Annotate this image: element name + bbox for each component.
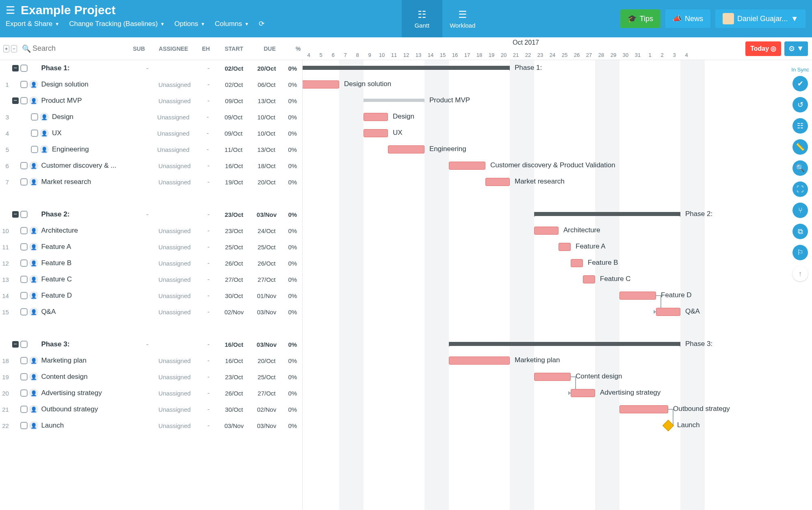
task-name[interactable]: Engineering [50,145,135,153]
task-name[interactable]: Feature B [39,259,136,267]
phase-row[interactable]: −Phase 2:--23/Oct03/Nov0% [0,206,302,223]
cell-assignee[interactable]: Unassigned [158,227,199,234]
cell-pct[interactable]: 0% [283,227,302,234]
cell-due[interactable]: 20/Oct [250,357,283,364]
collapse-toggle[interactable]: − [12,341,19,348]
cell-assignee[interactable]: Unassigned [158,390,199,397]
cell-due[interactable]: 06/Oct [250,81,283,88]
task-name[interactable]: Launch [39,421,136,430]
expand-all-button[interactable]: ＋ [3,45,9,52]
task-row[interactable]: 13👤Feature CUnassigned-27/Oct27/Oct0% [0,271,302,287]
task-row[interactable]: 7👤Market researchUnassigned-19/Oct20/Oct… [0,174,302,190]
assignee-avatar[interactable]: 👤 [28,96,39,105]
cell-due[interactable]: 20/Oct [250,179,283,186]
assignee-avatar[interactable]: 👤 [28,389,39,398]
assignee-avatar[interactable]: 👤 [39,129,50,138]
task-bar[interactable] [559,243,571,251]
task-name[interactable]: Feature A [39,243,136,251]
collapse-toggle[interactable]: − [12,65,19,71]
task-bar[interactable] [571,259,583,267]
task-name[interactable]: Product MVP [39,97,136,105]
task-checkbox[interactable] [19,276,28,283]
cell-assignee[interactable]: Unassigned [158,357,199,364]
cell-start[interactable]: 11/Oct [217,146,250,153]
assignee-avatar[interactable]: 👤 [28,372,39,381]
cell-pct[interactable]: 0% [283,114,302,121]
cell-pct[interactable]: 0% [283,162,302,169]
task-checkbox[interactable] [19,211,28,218]
task-checkbox[interactable] [19,341,28,348]
task-bar[interactable] [619,292,656,300]
cell-start[interactable]: 23/Oct [218,211,250,218]
assignee-avatar[interactable]: 👤 [39,112,50,121]
rail-crop-icon[interactable]: ⛶ [793,182,808,197]
milestone-marker[interactable] [663,420,674,431]
task-checkbox[interactable] [19,406,28,413]
task-checkbox[interactable] [19,227,28,234]
col-due[interactable]: DUE [252,45,288,52]
task-name[interactable]: Feature C [39,275,136,283]
task-row[interactable]: 21👤Outbound strategyUnassigned-30/Oct02/… [0,401,302,417]
task-row[interactable]: 14👤Feature DUnassigned-30/Oct01/Nov0% [0,287,302,304]
cell-start[interactable]: 09/Oct [217,114,250,121]
task-checkbox[interactable] [19,243,28,251]
cell-pct[interactable]: 0% [283,390,302,397]
cell-assignee[interactable]: Unassigned [158,244,199,251]
assignee-avatar[interactable]: 👤 [28,259,39,268]
task-bar[interactable] [388,145,424,153]
task-row[interactable]: 1👤Design solutionUnassigned-02/Oct06/Oct… [0,76,302,93]
cell-start[interactable]: 16/Oct [218,162,250,169]
rail-sort-icon[interactable]: ☷ [793,118,808,134]
rail-map-icon[interactable]: ⚐ [793,245,808,260]
task-checkbox[interactable] [19,97,28,104]
assignee-avatar[interactable]: 👤 [28,242,39,251]
cell-assignee[interactable]: Unassigned [158,162,199,169]
task-row[interactable]: 4👤UXUnassigned-09/Oct10/Oct0% [0,125,302,141]
cell-pct[interactable]: 0% [283,309,302,316]
assignee-avatar[interactable]: 👤 [28,80,39,89]
cell-start[interactable]: 19/Oct [218,179,250,186]
task-checkbox[interactable] [19,259,28,267]
cell-pct[interactable]: 0% [283,130,302,137]
task-bar[interactable] [534,373,571,381]
cell-assignee[interactable]: Unassigned [158,309,199,316]
task-checkbox[interactable] [19,292,28,299]
cell-due[interactable]: 10/Oct [250,114,283,121]
cell-assignee[interactable]: Unassigned [158,406,199,413]
cell-pct[interactable]: 0% [283,260,302,267]
cell-start[interactable]: 23/Oct [218,374,250,380]
task-row[interactable]: 11👤Feature AUnassigned-25/Oct25/Oct0% [0,239,302,255]
task-row[interactable]: 3👤DesignUnassigned-09/Oct10/Oct0% [0,109,302,125]
cell-assignee[interactable]: Unassigned [157,146,198,153]
cell-pct[interactable]: 0% [283,81,302,88]
task-row[interactable]: −👤Product MVPUnassigned-09/Oct13/Oct0% [0,93,302,109]
rail-ruler-icon[interactable]: 📏 [793,139,808,155]
task-bar[interactable] [583,275,595,283]
cell-start[interactable]: 30/Oct [218,292,250,299]
assignee-avatar[interactable]: 👤 [28,177,39,186]
col-assignee[interactable]: ASSIGNEE [151,45,196,52]
cell-assignee[interactable]: Unassigned [158,374,199,380]
settings-button[interactable]: ⚙▼ [784,41,808,56]
task-name[interactable]: Phase 1: [39,64,136,72]
cell-start[interactable]: 09/Oct [217,130,250,137]
tips-button[interactable]: 🎓Tips [620,9,660,28]
task-bar[interactable] [571,389,595,397]
cell-pct[interactable]: 0% [283,374,302,380]
cell-due[interactable]: 26/Oct [250,260,283,267]
cell-assignee[interactable]: Unassigned [158,81,199,88]
assignee-avatar[interactable]: 👤 [39,145,50,154]
task-name[interactable]: Outbound strategy [39,405,136,413]
today-button[interactable]: Today◎ [745,41,781,56]
menu-export[interactable]: Export & Share▼ [6,20,59,28]
rail-zoom-icon[interactable]: 🔍 [793,160,808,176]
cell-due[interactable]: 20/Oct [250,65,283,72]
menu-columns[interactable]: Columns▼ [215,20,249,28]
gantt-chart[interactable]: Phase 1:Design solutionProduct MVPDesign… [303,60,788,510]
menu-options[interactable]: Options▼ [174,20,205,28]
task-name[interactable]: Q&A [39,308,136,316]
tab-workload[interactable]: ☰ Workload [442,0,483,37]
search-input[interactable] [32,44,127,53]
col-eh[interactable]: EH [196,45,216,52]
user-menu[interactable]: Daniel Guajar...▼ [715,9,806,28]
